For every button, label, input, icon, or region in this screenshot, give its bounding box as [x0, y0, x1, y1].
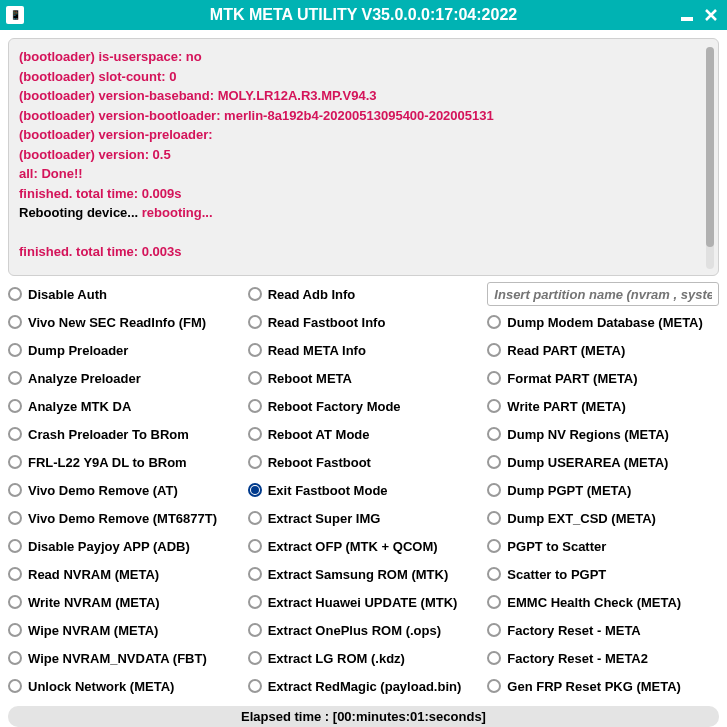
option-label: Analyze Preloader	[28, 371, 141, 386]
radio-icon	[8, 399, 22, 413]
radio-icon	[487, 623, 501, 637]
option-wipe-nvram-nvdata-fbt-[interactable]: Wipe NVRAM_NVDATA (FBT)	[8, 646, 240, 670]
option-analyze-mtk-da[interactable]: Analyze MTK DA	[8, 394, 240, 418]
option-label: Disable Auth	[28, 287, 107, 302]
option-factory-reset-meta2[interactable]: Factory Reset - META2	[487, 646, 719, 670]
log-line: (bootloader) version-bootloader: merlin-…	[19, 106, 708, 126]
option-disable-payjoy-app-adb-[interactable]: Disable Payjoy APP (ADB)	[8, 534, 240, 558]
option-label: Vivo Demo Remove (MT6877T)	[28, 511, 217, 526]
radio-icon	[487, 567, 501, 581]
option-wipe-nvram-meta-[interactable]: Wipe NVRAM (META)	[8, 618, 240, 642]
radio-icon	[248, 679, 262, 693]
option-reboot-factory-mode[interactable]: Reboot Factory Mode	[248, 394, 480, 418]
radio-icon	[8, 651, 22, 665]
option-format-part-meta-[interactable]: Format PART (META)	[487, 366, 719, 390]
option-extract-redmagic-payload-bin-[interactable]: Extract RedMagic (payload.bin)	[248, 674, 480, 698]
options-col-1: Disable AuthVivo New SEC ReadInfo (FM)Du…	[8, 282, 240, 698]
log-reboot-prefix: Rebooting device...	[19, 205, 142, 220]
log-line: (bootloader) is-userspace: no	[19, 47, 708, 67]
log-line: (bootloader) version-preloader:	[19, 125, 708, 145]
option-dump-ext-csd-meta-[interactable]: Dump EXT_CSD (META)	[487, 506, 719, 530]
radio-icon	[248, 567, 262, 581]
radio-icon	[487, 455, 501, 469]
option-write-part-meta-[interactable]: Write PART (META)	[487, 394, 719, 418]
radio-icon	[487, 427, 501, 441]
minimize-button[interactable]	[677, 6, 697, 24]
option-exit-fastboot-mode[interactable]: Exit Fastboot Mode	[248, 478, 480, 502]
option-dump-preloader[interactable]: Dump Preloader	[8, 338, 240, 362]
option-dump-userarea-meta-[interactable]: Dump USERAREA (META)	[487, 450, 719, 474]
radio-icon	[487, 511, 501, 525]
option-label: Reboot AT Mode	[268, 427, 370, 442]
option-extract-huawei-update-mtk-[interactable]: Extract Huawei UPDATE (MTK)	[248, 590, 480, 614]
option-vivo-new-sec-readinfo-fm-[interactable]: Vivo New SEC ReadInfo (FM)	[8, 310, 240, 334]
option-dump-modem-database-meta-[interactable]: Dump Modem Database (META)	[487, 310, 719, 334]
radio-icon	[248, 511, 262, 525]
radio-icon	[248, 651, 262, 665]
option-pgpt-to-scatter[interactable]: PGPT to Scatter	[487, 534, 719, 558]
option-label: Read PART (META)	[507, 343, 625, 358]
log-area: (bootloader) is-userspace: no(bootloader…	[8, 38, 719, 276]
option-vivo-demo-remove-mt6877t-[interactable]: Vivo Demo Remove (MT6877T)	[8, 506, 240, 530]
option-dump-nv-regions-meta-[interactable]: Dump NV Regions (META)	[487, 422, 719, 446]
options-col-3: Dump Modem Database (META)Read PART (MET…	[487, 282, 719, 698]
radio-icon	[8, 371, 22, 385]
radio-icon	[8, 679, 22, 693]
option-crash-preloader-to-brom[interactable]: Crash Preloader To BRom	[8, 422, 240, 446]
radio-icon	[487, 315, 501, 329]
option-read-meta-info[interactable]: Read META Info	[248, 338, 480, 362]
option-emmc-health-check-meta-[interactable]: EMMC Health Check (META)	[487, 590, 719, 614]
radio-icon	[248, 315, 262, 329]
option-label: Reboot Factory Mode	[268, 399, 401, 414]
log-line: all: Done!!	[19, 164, 708, 184]
option-reboot-meta[interactable]: Reboot META	[248, 366, 480, 390]
option-extract-ofp-mtk-qcom-[interactable]: Extract OFP (MTK + QCOM)	[248, 534, 480, 558]
option-dump-pgpt-meta-[interactable]: Dump PGPT (META)	[487, 478, 719, 502]
option-extract-oneplus-rom-ops-[interactable]: Extract OnePlus ROM (.ops)	[248, 618, 480, 642]
option-disable-auth[interactable]: Disable Auth	[8, 282, 240, 306]
option-unlock-network-meta-[interactable]: Unlock Network (META)	[8, 674, 240, 698]
log-line: (bootloader) version-baseband: MOLY.LR12…	[19, 86, 708, 106]
partition-input[interactable]	[487, 282, 719, 306]
option-write-nvram-meta-[interactable]: Write NVRAM (META)	[8, 590, 240, 614]
option-label: Dump Modem Database (META)	[507, 315, 703, 330]
option-read-adb-info[interactable]: Read Adb Info	[248, 282, 480, 306]
option-reboot-fastboot[interactable]: Reboot Fastboot	[248, 450, 480, 474]
option-extract-samsung-rom-mtk-[interactable]: Extract Samsung ROM (MTK)	[248, 562, 480, 586]
option-label: Unlock Network (META)	[28, 679, 174, 694]
option-label: Extract Super IMG	[268, 511, 381, 526]
option-reboot-at-mode[interactable]: Reboot AT Mode	[248, 422, 480, 446]
option-read-fastboot-info[interactable]: Read Fastboot Info	[248, 310, 480, 334]
option-gen-frp-reset-pkg-meta-[interactable]: Gen FRP Reset PKG (META)	[487, 674, 719, 698]
option-label: Wipe NVRAM_NVDATA (FBT)	[28, 651, 207, 666]
log-line: (bootloader) version: 0.5	[19, 145, 708, 165]
option-factory-reset-meta[interactable]: Factory Reset - META	[487, 618, 719, 642]
option-read-part-meta-[interactable]: Read PART (META)	[487, 338, 719, 362]
radio-icon	[8, 539, 22, 553]
option-scatter-to-pgpt[interactable]: Scatter to PGPT	[487, 562, 719, 586]
radio-icon	[487, 595, 501, 609]
radio-icon	[8, 595, 22, 609]
radio-icon	[248, 371, 262, 385]
option-label: Extract Samsung ROM (MTK)	[268, 567, 449, 582]
radio-icon	[8, 427, 22, 441]
option-label: Reboot META	[268, 371, 352, 386]
option-label: Extract OFP (MTK + QCOM)	[268, 539, 438, 554]
window-title: MTK META UTILITY V35.0.0.0:17:04:2022	[0, 6, 727, 24]
elapsed-time-bar: Elapsed time : [00:minutes:01:seconds]	[8, 706, 719, 727]
option-extract-super-img[interactable]: Extract Super IMG	[248, 506, 480, 530]
log-scroll-thumb[interactable]	[706, 47, 714, 247]
option-read-nvram-meta-[interactable]: Read NVRAM (META)	[8, 562, 240, 586]
radio-icon	[8, 287, 22, 301]
option-label: Dump NV Regions (META)	[507, 427, 669, 442]
option-analyze-preloader[interactable]: Analyze Preloader	[8, 366, 240, 390]
option-label: Dump Preloader	[28, 343, 128, 358]
option-frl-l22-y9a-dl-to-brom[interactable]: FRL-L22 Y9A DL to BRom	[8, 450, 240, 474]
option-extract-lg-rom-kdz-[interactable]: Extract LG ROM (.kdz)	[248, 646, 480, 670]
option-label: Dump USERAREA (META)	[507, 455, 668, 470]
options-col-2: Read Adb InfoRead Fastboot InfoRead META…	[248, 282, 480, 698]
option-vivo-demo-remove-at-[interactable]: Vivo Demo Remove (AT)	[8, 478, 240, 502]
close-button[interactable]	[701, 6, 721, 24]
option-label: Extract Huawei UPDATE (MTK)	[268, 595, 458, 610]
option-label: Write NVRAM (META)	[28, 595, 160, 610]
